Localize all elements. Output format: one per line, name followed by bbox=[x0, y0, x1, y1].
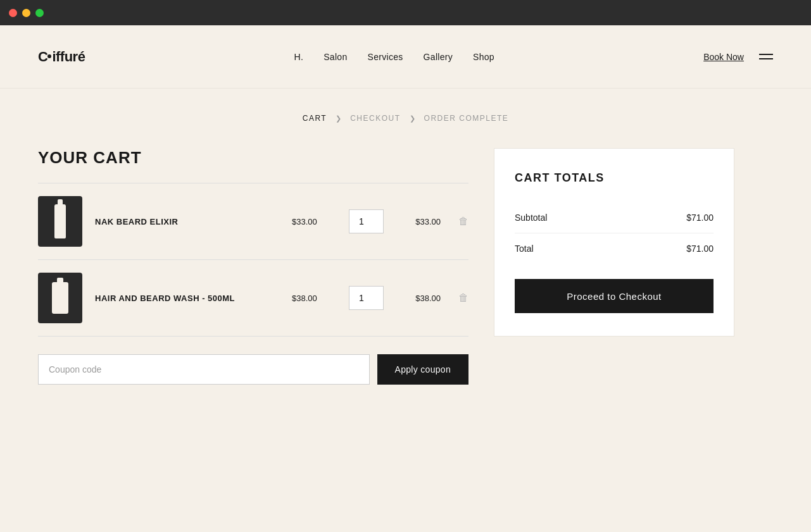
breadcrumb-cart[interactable]: CART bbox=[303, 114, 327, 123]
coupon-section: Apply coupon bbox=[38, 354, 468, 385]
hamburger-line-1 bbox=[759, 54, 773, 55]
nav-item-gallery[interactable]: Gallery bbox=[424, 52, 453, 62]
subtotal-row: Subtotal $71.00 bbox=[515, 202, 714, 233]
breadcrumb-arrow-2: ❯ bbox=[410, 114, 415, 123]
header: Ciffuré H. Salon Services Gallery Shop B… bbox=[0, 25, 811, 89]
nav-item-salon[interactable]: Salon bbox=[324, 52, 347, 62]
book-now-link[interactable]: Book Now bbox=[703, 52, 744, 62]
bottle-icon-2 bbox=[52, 282, 68, 314]
delete-item-2[interactable]: 🗑 bbox=[458, 292, 468, 304]
browser-content: Ciffuré H. Salon Services Gallery Shop B… bbox=[0, 25, 811, 532]
cart-items-list: NAK BEARD ELIXIR $33.00 $33.00 🗑 HAIR AN… bbox=[38, 183, 468, 337]
table-row: NAK BEARD ELIXIR $33.00 $33.00 🗑 bbox=[38, 183, 468, 260]
product-image-2 bbox=[38, 273, 82, 323]
cart-title: YOUR CART bbox=[38, 148, 468, 168]
breadcrumb-order-complete[interactable]: ORDER COMPLETE bbox=[424, 114, 509, 123]
cart-layout: YOUR CART NAK BEARD ELIXIR $33.00 $33.00… bbox=[38, 148, 773, 385]
cart-left: YOUR CART NAK BEARD ELIXIR $33.00 $33.00… bbox=[38, 148, 468, 385]
titlebar bbox=[0, 0, 811, 25]
cart-totals-box: CART TOTALS Subtotal $71.00 Total $71.00… bbox=[494, 148, 734, 337]
subtotal-value: $71.00 bbox=[686, 213, 714, 223]
cart-totals-title: CART TOTALS bbox=[515, 171, 714, 185]
product-name-2: HAIR AND BEARD WASH - 500ml bbox=[95, 294, 279, 303]
product-price-1: $33.00 bbox=[292, 217, 336, 226]
nav-item-shop[interactable]: Shop bbox=[473, 52, 494, 62]
quantity-input-2[interactable] bbox=[349, 286, 384, 310]
product-total-2: $38.00 bbox=[396, 294, 441, 303]
nav-item-home[interactable]: H. bbox=[294, 52, 304, 62]
nav-item-services[interactable]: Services bbox=[368, 52, 403, 62]
product-price-2: $38.00 bbox=[292, 294, 336, 303]
table-row: HAIR AND BEARD WASH - 500ml $38.00 $38.0… bbox=[38, 260, 468, 337]
breadcrumb-checkout[interactable]: CHECKOUT bbox=[350, 114, 400, 123]
close-button[interactable] bbox=[9, 9, 17, 17]
checkout-button[interactable]: Proceed to Checkout bbox=[515, 279, 714, 313]
coupon-input[interactable] bbox=[38, 354, 370, 385]
total-row: Total $71.00 bbox=[515, 233, 714, 264]
product-image-1 bbox=[38, 196, 82, 247]
hamburger-menu[interactable] bbox=[759, 54, 773, 59]
breadcrumb: CART ❯ CHECKOUT ❯ ORDER COMPLETE bbox=[38, 114, 773, 123]
apply-coupon-button[interactable]: Apply coupon bbox=[377, 354, 468, 385]
product-total-1: $33.00 bbox=[396, 217, 441, 226]
main-nav: H. Salon Services Gallery Shop bbox=[294, 52, 494, 62]
product-name-1: NAK BEARD ELIXIR bbox=[95, 217, 279, 226]
delete-item-1[interactable]: 🗑 bbox=[458, 216, 468, 227]
total-value: $71.00 bbox=[686, 244, 714, 254]
cart-right: CART TOTALS Subtotal $71.00 Total $71.00… bbox=[494, 148, 734, 337]
maximize-button[interactable] bbox=[35, 9, 44, 17]
header-right: Book Now bbox=[703, 52, 773, 62]
bottle-icon-1 bbox=[54, 204, 66, 238]
subtotal-label: Subtotal bbox=[515, 213, 547, 223]
quantity-input-1[interactable] bbox=[349, 209, 384, 233]
hamburger-line-2 bbox=[759, 58, 773, 59]
breadcrumb-arrow-1: ❯ bbox=[336, 114, 341, 123]
total-label: Total bbox=[515, 244, 534, 254]
minimize-button[interactable] bbox=[22, 9, 30, 17]
main-content: CART ❯ CHECKOUT ❯ ORDER COMPLETE YOUR CA… bbox=[0, 89, 811, 531]
logo[interactable]: Ciffuré bbox=[38, 49, 85, 65]
